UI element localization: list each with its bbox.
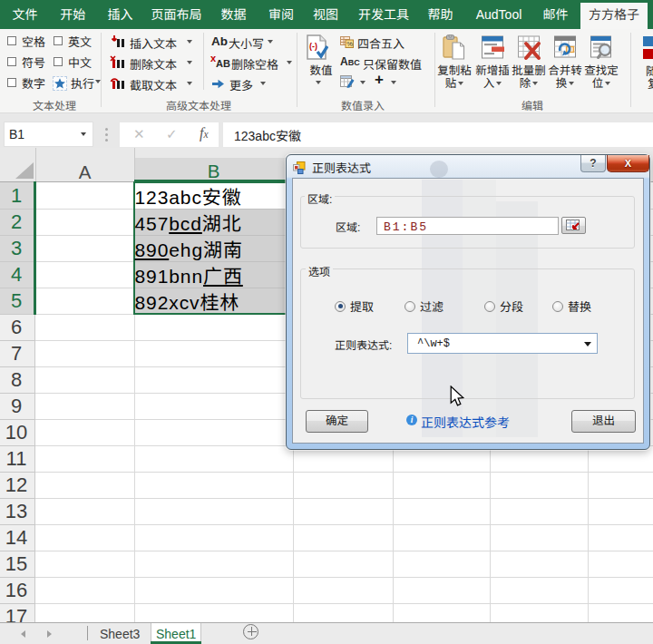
svg-text:%: % — [346, 40, 353, 48]
svg-text:(-): (-) — [309, 42, 317, 51]
